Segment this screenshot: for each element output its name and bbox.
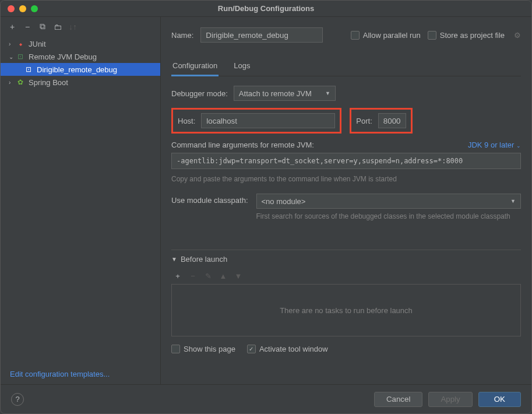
activate-window-checkbox[interactable]: Activate tool window	[247, 345, 328, 353]
tree-label: Spring Boot	[29, 78, 68, 87]
port-highlight: Port:	[350, 108, 412, 134]
show-page-checkbox[interactable]: Show this page	[171, 345, 235, 353]
chevron-down-icon: ⌄	[516, 143, 521, 149]
edit-templates-link[interactable]: Edit configuration templates...	[1, 364, 160, 384]
sidebar-toolbar: + − ⧉ 🗀 ↓↑	[1, 17, 160, 36]
tree-label: Dirigible_remote_debug	[37, 65, 117, 74]
checkbox-icon	[247, 345, 256, 353]
chevron-down-icon: ⌄	[9, 54, 16, 60]
tabs: Configuration Logs	[171, 58, 521, 76]
tree-item-spring-boot[interactable]: › ✿ Spring Boot	[1, 76, 160, 89]
name-label: Name:	[171, 31, 193, 40]
tree-label: Remote JVM Debug	[29, 52, 97, 61]
classpath-label: Use module classpath:	[171, 194, 248, 205]
checkbox-icon	[351, 31, 360, 40]
checkbox-icon	[171, 345, 180, 353]
sidebar: + − ⧉ 🗀 ↓↑ › ⬥ JUnit ⌄ ⊡ Remote JVM Debu…	[1, 17, 161, 384]
checkbox-icon	[428, 31, 436, 40]
tab-configuration[interactable]: Configuration	[171, 58, 219, 76]
move-up-icon[interactable]: ▲	[219, 272, 227, 280]
titlebar: Run/Debug Configurations	[1, 1, 531, 17]
jdk-version-link[interactable]: JDK 9 or later ⌄	[468, 141, 521, 149]
checkbox-label-text: Show this page	[184, 345, 235, 353]
host-input[interactable]	[201, 113, 335, 128]
gear-icon[interactable]: ⚙	[514, 31, 521, 40]
before-launch-header[interactable]: ▼ Before launch	[171, 255, 521, 268]
chevron-right-icon: ›	[9, 41, 16, 47]
tab-logs[interactable]: Logs	[232, 58, 251, 76]
allow-parallel-checkbox[interactable]: Allow parallel run	[351, 31, 421, 40]
debug-icon: ⊡	[16, 52, 25, 61]
sort-icon[interactable]: ↓↑	[68, 22, 77, 31]
add-task-icon[interactable]: +	[174, 272, 182, 280]
classpath-select[interactable]: <no module> ▼	[256, 194, 521, 209]
debug-config-icon: ⊡	[24, 65, 33, 73]
host-highlight: Host:	[171, 108, 341, 134]
edit-task-icon[interactable]: ✎	[204, 272, 212, 280]
debugger-mode-label: Debugger mode:	[171, 89, 228, 98]
chevron-down-icon: ▼	[325, 90, 330, 96]
details-panel: Name: Allow parallel run Store as projec…	[161, 17, 531, 384]
config-tree: › ⬥ JUnit ⌄ ⊡ Remote JVM Debug ⊡ Dirigib…	[1, 36, 160, 364]
remove-icon[interactable]: −	[23, 22, 32, 31]
cmd-hint: Copy and paste the arguments to the comm…	[171, 175, 521, 183]
empty-tasks-text: There are no tasks to run before launch	[280, 306, 413, 315]
copy-icon[interactable]: ⧉	[38, 22, 47, 31]
tree-label: JUnit	[29, 40, 46, 48]
footer: ? Cancel Apply OK	[1, 384, 531, 413]
add-icon[interactable]: +	[8, 22, 17, 31]
chevron-down-icon: ▼	[510, 198, 516, 204]
chevron-right-icon: ›	[9, 79, 16, 86]
checkbox-label-text: Allow parallel run	[363, 31, 421, 40]
cmd-args-box[interactable]: -agentlib:jdwp=transport=dt_socket,serve…	[171, 153, 521, 169]
before-launch-label: Before launch	[181, 255, 227, 264]
port-label: Port:	[356, 117, 372, 125]
checkbox-label-text: Activate tool window	[259, 345, 328, 353]
debugger-mode-select[interactable]: Attach to remote JVM ▼	[234, 86, 336, 101]
checkbox-label-text: Store as project file	[440, 31, 505, 40]
remove-task-icon[interactable]: −	[189, 272, 197, 280]
before-launch-tasks: There are no tasks to run before launch	[171, 284, 521, 336]
tree-item-remote-jvm[interactable]: ⌄ ⊡ Remote JVM Debug	[1, 50, 160, 63]
close-window-button[interactable]	[8, 5, 15, 12]
ok-button[interactable]: OK	[478, 392, 521, 407]
window-title: Run/Debug Configurations	[1, 4, 531, 13]
junit-icon: ⬥	[16, 40, 25, 48]
before-launch-toolbar: + − ✎ ▲ ▼	[171, 268, 521, 284]
help-button[interactable]: ?	[11, 393, 24, 406]
move-down-icon[interactable]: ▼	[234, 272, 242, 280]
tree-item-junit[interactable]: › ⬥ JUnit	[1, 37, 160, 50]
spring-icon: ✿	[16, 78, 25, 86]
tree-item-dirigible[interactable]: ⊡ Dirigible_remote_debug	[1, 63, 160, 76]
select-value: Attach to remote JVM	[239, 89, 312, 98]
cmd-args-label: Command line arguments for remote JVM:	[171, 141, 314, 149]
name-input[interactable]	[200, 27, 323, 43]
classpath-hint: First search for sources of the debugged…	[256, 212, 521, 220]
host-label: Host:	[178, 117, 195, 125]
port-input[interactable]	[378, 113, 406, 128]
chevron-down-icon: ▼	[171, 256, 177, 262]
maximize-window-button[interactable]	[31, 5, 38, 12]
store-project-checkbox[interactable]: Store as project file	[428, 31, 505, 40]
apply-button[interactable]: Apply	[428, 392, 472, 407]
select-value: <no module>	[262, 197, 306, 206]
cancel-button[interactable]: Cancel	[374, 392, 423, 407]
minimize-window-button[interactable]	[19, 5, 26, 12]
folder-icon[interactable]: 🗀	[53, 22, 62, 31]
